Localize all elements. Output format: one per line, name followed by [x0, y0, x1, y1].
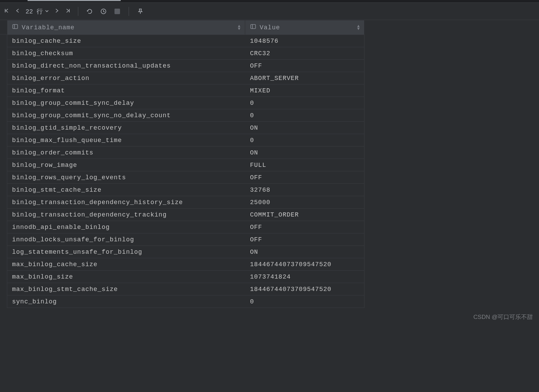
cell-value[interactable]: CRC32	[245, 47, 365, 60]
row-number	[0, 84, 7, 97]
cell-variable-name[interactable]: max_binlog_stmt_cache_size	[7, 283, 245, 295]
cell-variable-name[interactable]: binlog_group_commit_sync_no_delay_count	[7, 109, 245, 122]
cell-value[interactable]: 1073741824	[245, 271, 365, 283]
table-row[interactable]: binlog_transaction_dependency_trackingCO…	[7, 209, 365, 221]
cell-value[interactable]: ON	[245, 122, 365, 134]
results-tbody: binlog_cache_size1048576binlog_checksumC…	[7, 35, 365, 308]
history-button[interactable]	[99, 7, 108, 16]
row-number	[0, 196, 7, 208]
table-row[interactable]: binlog_error_actionABORT_SERVER	[7, 72, 365, 84]
table-row[interactable]: max_binlog_cache_size1844674407370954752…	[7, 258, 365, 271]
column-header-label: Variable_name	[22, 24, 74, 31]
table-row[interactable]: log_statements_unsafe_for_binlogON	[7, 246, 365, 258]
cell-variable-name[interactable]: binlog_transaction_dependency_tracking	[7, 209, 245, 221]
table-row[interactable]: binlog_gtid_simple_recoveryON	[7, 122, 365, 134]
table-row[interactable]: binlog_group_commit_sync_delay0	[7, 97, 365, 109]
prev-page-button[interactable]	[14, 8, 21, 15]
cell-variable-name[interactable]: binlog_group_commit_sync_delay	[7, 97, 245, 109]
cell-variable-name[interactable]: binlog_format	[7, 84, 245, 97]
next-page-button[interactable]	[54, 8, 60, 15]
row-number	[0, 121, 7, 134]
cell-value[interactable]: 0	[245, 134, 365, 147]
cell-value[interactable]: 0	[245, 97, 365, 109]
pin-button[interactable]	[136, 7, 145, 16]
table-row[interactable]: innodb_locks_unsafe_for_binlogOFF	[7, 233, 365, 246]
row-number	[0, 233, 7, 245]
table-row[interactable]: innodb_api_enable_binlogOFF	[7, 221, 365, 233]
cell-value[interactable]: 25000	[245, 196, 365, 209]
table-row[interactable]: binlog_transaction_dependency_history_si…	[7, 196, 365, 209]
table-row[interactable]: binlog_row_imageFULL	[7, 159, 365, 171]
cell-value[interactable]: ABORT_SERVER	[245, 72, 365, 84]
column-header-value[interactable]: Value ▲▼	[245, 20, 365, 35]
column-header-label: Value	[260, 24, 280, 31]
table-row[interactable]: binlog_group_commit_sync_no_delay_count0	[7, 109, 365, 122]
cell-value[interactable]: OFF	[245, 233, 365, 246]
table-row[interactable]: max_binlog_stmt_cache_size18446744073709…	[7, 283, 365, 295]
table-row[interactable]: binlog_stmt_cache_size32768	[7, 184, 365, 196]
tab-strip	[0, 0, 539, 3]
cell-variable-name[interactable]: binlog_stmt_cache_size	[7, 184, 245, 196]
cell-value[interactable]: COMMIT_ORDER	[245, 209, 365, 221]
row-number	[0, 283, 7, 295]
row-number	[0, 134, 7, 146]
cell-value[interactable]: ON	[245, 246, 365, 258]
table-row[interactable]: binlog_formatMIXED	[7, 84, 365, 97]
cell-value[interactable]: 18446744073709547520	[245, 283, 365, 295]
table-row[interactable]: binlog_direct_non_transactional_updatesO…	[7, 60, 365, 72]
cell-variable-name[interactable]: innodb_locks_unsafe_for_binlog	[7, 233, 245, 246]
table-row[interactable]: binlog_max_flush_queue_time0	[7, 134, 365, 147]
row-number	[0, 245, 7, 258]
cell-value[interactable]: 0	[245, 109, 365, 122]
cell-variable-name[interactable]: sync_binlog	[7, 295, 245, 308]
cell-variable-name[interactable]: binlog_transaction_dependency_history_si…	[7, 196, 245, 209]
row-count-label: 22 行	[26, 7, 43, 16]
cell-variable-name[interactable]: binlog_direct_non_transactional_updates	[7, 60, 245, 72]
cell-value[interactable]: OFF	[245, 171, 365, 184]
row-count-dropdown[interactable]: 22 行	[26, 7, 49, 16]
row-number	[0, 159, 7, 171]
cell-variable-name[interactable]: binlog_rows_query_log_events	[7, 171, 245, 184]
cell-variable-name[interactable]: binlog_max_flush_queue_time	[7, 134, 245, 147]
results-table[interactable]: Variable_name ▲▼ Value ▲▼ binlog_cache_	[7, 20, 365, 308]
cell-value[interactable]: ON	[245, 147, 365, 159]
table-row[interactable]: binlog_cache_size1048576	[7, 35, 365, 47]
cell-value[interactable]: FULL	[245, 159, 365, 171]
cell-variable-name[interactable]: binlog_gtid_simple_recovery	[7, 122, 245, 134]
stop-icon	[114, 9, 120, 14]
cell-variable-name[interactable]: binlog_order_commits	[7, 147, 245, 159]
row-number	[0, 171, 7, 183]
stop-button[interactable]	[113, 7, 122, 16]
cell-variable-name[interactable]: max_binlog_size	[7, 271, 245, 283]
cell-variable-name[interactable]: binlog_error_action	[7, 72, 245, 84]
cell-value[interactable]: OFF	[245, 221, 365, 233]
watermark: CSDN @可口可乐不甜	[473, 313, 533, 321]
cell-variable-name[interactable]: binlog_row_image	[7, 159, 245, 171]
first-page-button[interactable]	[3, 8, 10, 15]
row-number	[0, 258, 7, 270]
cell-value[interactable]: 18446744073709547520	[245, 258, 365, 271]
cell-variable-name[interactable]: innodb_api_enable_binlog	[7, 221, 245, 233]
cell-value[interactable]: MIXED	[245, 84, 365, 97]
cell-value[interactable]: 1048576	[245, 35, 365, 47]
cell-variable-name[interactable]: binlog_cache_size	[7, 35, 245, 47]
table-row[interactable]: binlog_rows_query_log_eventsOFF	[7, 171, 365, 184]
results-grid: Variable_name ▲▼ Value ▲▼ binlog_cache_	[0, 20, 539, 308]
row-number	[0, 221, 7, 233]
row-number	[0, 47, 7, 59]
refresh-button[interactable]	[85, 7, 94, 16]
cell-variable-name[interactable]: log_statements_unsafe_for_binlog	[7, 246, 245, 258]
cell-value[interactable]: 32768	[245, 184, 365, 196]
cell-variable-name[interactable]: binlog_checksum	[7, 47, 245, 60]
cell-value[interactable]: 0	[245, 295, 365, 308]
table-row[interactable]: binlog_order_commitsON	[7, 147, 365, 159]
last-page-button[interactable]	[65, 8, 71, 15]
cell-value[interactable]: OFF	[245, 60, 365, 72]
table-row[interactable]: binlog_checksumCRC32	[7, 47, 365, 60]
toolbar-separator	[129, 7, 129, 16]
table-row[interactable]: max_binlog_size1073741824	[7, 271, 365, 283]
table-row[interactable]: sync_binlog0	[7, 295, 365, 308]
cell-variable-name[interactable]: max_binlog_cache_size	[7, 258, 245, 271]
row-number	[0, 146, 7, 159]
column-header-variable-name[interactable]: Variable_name ▲▼	[7, 20, 245, 35]
